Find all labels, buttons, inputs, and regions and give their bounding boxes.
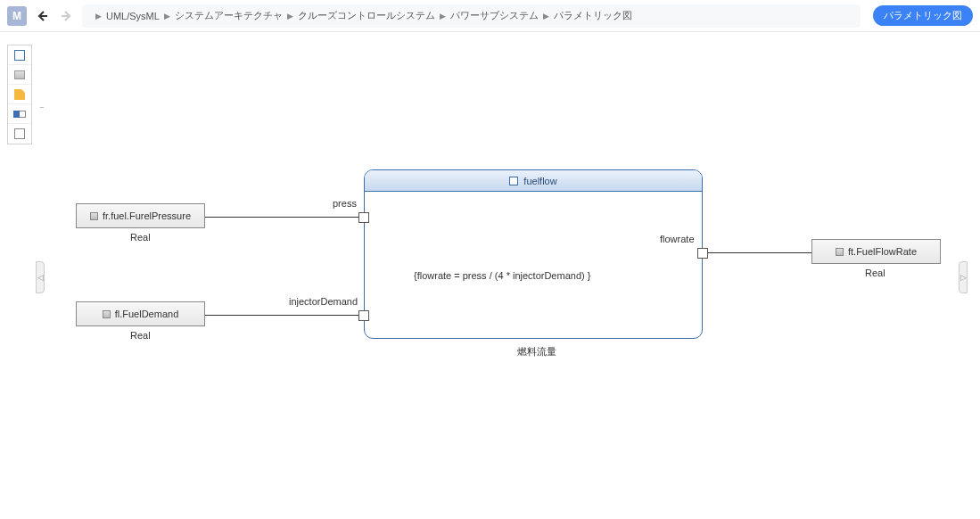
diagram-type-tag[interactable]: パラメトリック図 [873,5,973,26]
block-icon [509,177,518,185]
constraint-icon [14,50,25,61]
value-fuel-flowrate[interactable]: ft.FuelFlowRate [811,239,941,264]
breadcrumb-item[interactable]: クルーズコントロールシステム [298,9,435,22]
arrow-left-icon [36,10,48,22]
value-fuel-pressure-type: Real [130,232,151,243]
diagram-canvas[interactable]: fuelflow {flowrate = press / (4 * inject… [36,36,968,519]
connector-flowrate[interactable] [708,252,811,253]
breadcrumb-item[interactable]: UML/SysML [106,11,160,21]
constraint-block-header: fuelflow [365,170,702,192]
breadcrumb-item[interactable]: パワーサブシステム [450,9,539,22]
palette-port[interactable] [8,104,31,124]
value-fuel-demand[interactable]: fl.FuelDemand [76,301,205,326]
chevron-right-icon: ▶ [287,12,293,21]
app-badge: M [7,6,27,26]
connector-injectordemand[interactable] [205,315,358,316]
constraint-formula: {flowrate = press / (4 * injectorDemand)… [414,270,590,281]
constraint-block-title: fuelflow [523,176,556,186]
port-injectordemand[interactable] [358,310,369,321]
port-flowrate-label: flowrate [660,234,695,244]
back-button[interactable] [32,6,52,26]
chevron-right-icon: ▶ [543,12,549,21]
value-icon [14,70,25,79]
palette-rect[interactable] [8,124,31,144]
panel-collapse-right[interactable]: ▷ [959,261,968,293]
breadcrumb[interactable]: ▶ UML/SysML ▶ システムアーキテクチャ ▶ クルーズコントロールシス… [82,4,861,28]
value-fuel-pressure[interactable]: fr.fuel.FurelPressure [76,203,205,228]
value-icon [836,248,844,256]
value-icon [90,212,98,220]
arrow-right-icon [61,10,73,22]
note-icon [14,89,25,100]
value-icon [103,310,111,318]
breadcrumb-item[interactable]: パラメトリック図 [554,9,632,22]
value-fuel-pressure-label: fr.fuel.FurelPressure [103,210,191,221]
constraint-block-body: {flowrate = press / (4 * injectorDemand)… [365,192,702,338]
port-press-label: press [333,198,357,209]
palette-constraint[interactable] [8,45,31,65]
connector-press[interactable] [205,217,358,218]
port-press[interactable] [358,212,369,223]
value-fuel-flowrate-label: ft.FuelFlowRate [848,246,917,257]
port-icon [13,111,26,118]
panel-collapse-left[interactable]: ◁ [36,261,45,293]
port-flowrate[interactable] [697,248,708,259]
value-fuel-demand-label: fl.FuelDemand [115,309,179,319]
value-fuel-demand-type: Real [130,330,151,341]
tool-palette [7,45,32,144]
forward-button [57,6,77,26]
chevron-right-icon: ▶ [164,12,170,21]
port-injectordemand-label: injectorDemand [289,296,358,307]
chevron-right-icon: ▶ [440,12,446,21]
constraint-subtitle: 燃料流量 [517,345,556,358]
palette-value[interactable] [8,65,31,85]
rect-icon [14,128,25,139]
chevron-right-icon: ▶ [95,12,102,21]
value-fuel-flowrate-type: Real [865,268,885,278]
ruler-tick [40,107,44,108]
palette-note[interactable] [8,85,31,104]
breadcrumb-item[interactable]: システムアーキテクチャ [175,9,283,22]
constraint-block-fuelflow[interactable]: fuelflow {flowrate = press / (4 * inject… [364,169,703,339]
topbar: M ▶ UML/SysML ▶ システムアーキテクチャ ▶ クルーズコントロール… [0,0,980,32]
